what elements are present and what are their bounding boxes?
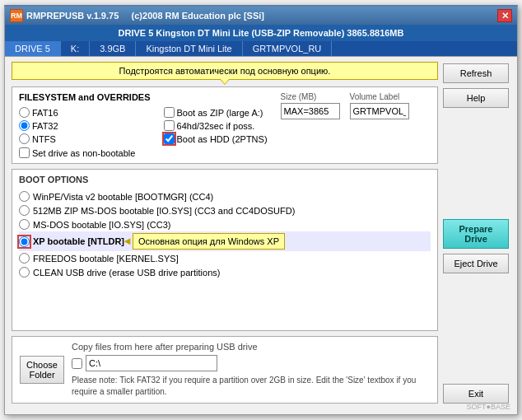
fat16-label: FAT16 — [32, 108, 58, 118]
drive-tab-drive5[interactable]: DRIVE 5 — [5, 41, 61, 56]
boot-zip-row: Boot as ZIP (large A:) — [164, 107, 268, 118]
filesystem-label: FILESYSTEM and OVERRIDES — [19, 92, 151, 102]
drive-tab-spacer — [332, 41, 517, 56]
volume-label: Volume Label — [350, 92, 409, 101]
boot-msdos-radio[interactable] — [19, 219, 30, 230]
filesystem-section: FILESYSTEM and OVERRIDES FAT16 FAT32 NTF… — [12, 86, 438, 164]
filesystem-overrides: FILESYSTEM and OVERRIDES FAT16 FAT32 NTF… — [19, 92, 431, 144]
64hd-label: 64hd/32sec if poss. — [177, 121, 255, 131]
boot-hdd-label: Boot as HDD (2PTNS) — [177, 134, 268, 144]
boot-option-clean: CLEAN USB drive (erase USB drive partiti… — [19, 265, 431, 279]
copy-files-col: Copy files from here after preparing USB… — [72, 342, 431, 398]
side-spacer2 — [443, 278, 510, 380]
filesystem-col: FILESYSTEM and OVERRIDES FAT16 FAT32 NTF… — [19, 92, 151, 144]
boot-clean-radio[interactable] — [19, 267, 30, 278]
boot-freedos-label: FREEDOS bootable [KERNEL.SYS] — [33, 254, 179, 264]
ntfs-label: NTFS — [32, 134, 56, 144]
fat32-row: FAT32 — [19, 120, 151, 131]
drive-tab-vol[interactable]: GRTMPVOL_RU — [243, 41, 333, 56]
ntfs-radio[interactable] — [19, 133, 30, 144]
fat16-radio[interactable] — [19, 107, 30, 118]
boot-option-msdos: MS-DOS bootable [IO.SYS] (CC3) — [19, 217, 431, 231]
boot-hdd-check[interactable] — [164, 133, 175, 144]
boot-winpe-radio[interactable] — [19, 191, 30, 202]
boot-xp-radio[interactable] — [19, 236, 30, 247]
eject-drive-button[interactable]: Eject Drive — [443, 254, 509, 273]
copy-files-check[interactable] — [72, 358, 82, 369]
volume-col: Volume Label — [350, 92, 409, 119]
boot-option-winpe: WinPE/Vista v2 bootable [BOOTMGR] (CC4) — [19, 189, 431, 203]
boot-512mb-radio[interactable] — [19, 205, 30, 216]
drive-info-bar: DRIVE 5 Kingston DT Mini Lite (USB-ZIP R… — [5, 25, 517, 41]
boot-zip-label: Boot as ZIP (large A:) — [177, 108, 263, 118]
boot-option-xp: XP bootable [NTLDR] Основная опция для W… — [19, 231, 431, 251]
fat32-label: FAT32 — [32, 121, 58, 131]
set-non-boot-check[interactable] — [19, 147, 30, 158]
set-non-boot-label: Set drive as non-bootable — [32, 148, 135, 158]
boot-freedos-radio[interactable] — [19, 253, 30, 264]
boot-zip-check[interactable] — [164, 107, 175, 118]
overrides-col: Boot as ZIP (large A:) 64hd/32sec if pos… — [164, 92, 268, 144]
set-non-boot-row: Set drive as non-bootable — [19, 147, 431, 158]
side-spacer — [443, 113, 510, 214]
main-tooltip: Подстроятся автоматически под основную о… — [12, 62, 438, 80]
choose-folder-area: ChooseFolder — [19, 356, 65, 384]
boot-clean-label: CLEAN USB drive (erase USB drive partiti… — [33, 268, 220, 278]
drive-tab-k[interactable]: K: — [61, 41, 90, 56]
boot-options-title: BOOT OPTIONS — [19, 175, 431, 184]
boot-msdos-label: MS-DOS bootable [IO.SYS] (CC3) — [33, 220, 171, 230]
content-area: Подстроятся автоматически под основную о… — [5, 57, 517, 408]
watermark: SOFT●BASE — [467, 403, 510, 411]
size-volume-area: Size (MB) Volume Label — [281, 92, 409, 144]
boot-option-freedos: FREEDOS bootable [KERNEL.SYS] — [19, 251, 431, 265]
64hd-row: 64hd/32sec if poss. — [164, 120, 268, 131]
help-button[interactable]: Help — [443, 88, 509, 108]
boot-hdd-row: Boot as HDD (2PTNS) — [164, 133, 268, 144]
titlebar: RM RMPREPUSB v.1.9.75 (c)2008 RM Educati… — [5, 7, 517, 25]
copy-files-label: Copy files from here after preparing USB… — [72, 342, 431, 352]
size-input[interactable] — [281, 103, 340, 119]
side-buttons: Refresh Help Prepare Drive Eject Drive E… — [443, 62, 510, 404]
drive-tab-size[interactable]: 3.9GB — [90, 41, 136, 56]
size-col: Size (MB) — [281, 92, 340, 119]
fat16-row: FAT16 — [19, 107, 151, 118]
boot-option-512mb: 512MB ZIP MS-DOS bootable [IO.SYS] (CC3 … — [19, 203, 431, 217]
refresh-button[interactable]: Refresh — [443, 63, 509, 83]
app-title: RMPREPUSB v.1.9.75 (c)2008 RM Education … — [26, 11, 264, 21]
volume-input[interactable] — [350, 103, 409, 119]
bottom-section: ChooseFolder Copy files from here after … — [12, 336, 438, 404]
drive-tab-name[interactable]: Kingston DT Mini Lite — [136, 41, 242, 56]
main-window: RM RMPREPUSB v.1.9.75 (c)2008 RM Educati… — [4, 5, 518, 415]
boot-xp-label: XP bootable [NTLDR] — [33, 236, 124, 246]
exit-button[interactable]: Exit — [443, 384, 509, 404]
choose-folder-button[interactable]: ChooseFolder — [20, 356, 64, 384]
copy-files-row — [72, 355, 431, 371]
xp-tooltip: Основная опция для Windows XP — [133, 233, 285, 250]
note-text: Please note: Tick FAT32 if you require a… — [72, 375, 431, 398]
boot-512mb-label: 512MB ZIP MS-DOS bootable [IO.SYS] (CC3 … — [33, 206, 295, 216]
titlebar-left: RM RMPREPUSB v.1.9.75 (c)2008 RM Educati… — [10, 9, 264, 22]
64hd-check[interactable] — [164, 120, 175, 131]
boot-winpe-label: WinPE/Vista v2 bootable [BOOTMGR] (CC4) — [33, 192, 213, 202]
overrides-spacer — [164, 92, 268, 102]
path-input[interactable] — [86, 355, 217, 371]
size-label: Size (MB) — [281, 92, 340, 101]
drive-tabs: DRIVE 5 K: 3.9GB Kingston DT Mini Lite G… — [5, 41, 517, 57]
close-button[interactable]: ✕ — [497, 9, 512, 22]
fat32-radio[interactable] — [19, 120, 30, 131]
app-icon: RM — [10, 9, 23, 22]
main-panel: Подстроятся автоматически под основную о… — [12, 62, 438, 404]
boot-options-section: BOOT OPTIONS WinPE/Vista v2 bootable [BO… — [12, 169, 438, 331]
ntfs-row: NTFS — [19, 133, 151, 144]
prepare-drive-button[interactable]: Prepare Drive — [443, 219, 509, 249]
